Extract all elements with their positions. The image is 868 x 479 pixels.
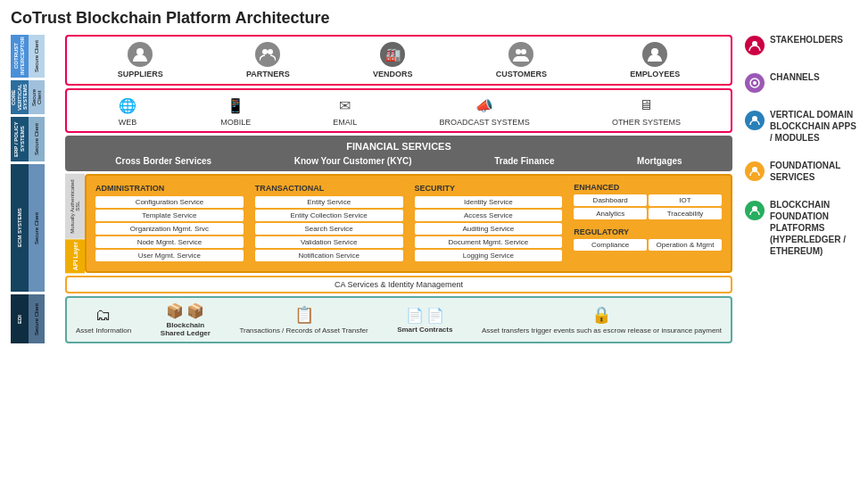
- administration-box: ADMINISTRATION Configuration Service Tem…: [91, 180, 248, 267]
- transactions-icon: 📋: [294, 305, 314, 325]
- ecm-label: ECM SYSTEMS: [11, 164, 29, 292]
- doc-mgmt-service: Document Mgmt. Service: [415, 236, 563, 248]
- suppliers-icon: [128, 42, 153, 67]
- edi-label: EDI: [11, 294, 29, 343]
- stakeholders-legend-text: STAKEHOLDERS: [770, 34, 843, 45]
- financial-items: Cross Border Services Know Your Customer…: [74, 156, 723, 166]
- node-mgmt-service: Node Mgmt. Service: [95, 236, 244, 248]
- channel-web: 🌐 WEB: [117, 95, 138, 127]
- vertical-legend-text: VERTICAL DOMAIN BLOCKCHAIN APPS / MODULE…: [770, 109, 861, 144]
- org-mgmt-service: Organization Mgmt. Srvc: [95, 223, 244, 235]
- legend-vertical: VERTICAL DOMAIN BLOCKCHAIN APPS / MODULE…: [745, 109, 861, 144]
- notification-service: Notification Service: [255, 250, 403, 261]
- page-title: CoTrust Blockchain Platform Architecture: [11, 9, 857, 28]
- web-label: WEB: [119, 118, 137, 127]
- logging-service: Logging Service: [415, 250, 563, 261]
- partners-label: PARTNERS: [246, 70, 290, 78]
- web-icon: 🌐: [117, 95, 138, 116]
- legend-stakeholders: STAKEHOLDERS: [745, 34, 861, 55]
- transactional-title: TRANSACTIONAL: [255, 184, 403, 193]
- dashboard-item: Dashboard: [574, 194, 647, 206]
- stakeholders-legend-icon: [745, 36, 765, 55]
- suppliers-label: SUPPLIERS: [118, 70, 163, 78]
- erp-label: ERP / POLICY SYSTEMS: [11, 117, 29, 161]
- legend: STAKEHOLDERS CHANNELS VERTICAL DOMAIN BL…: [745, 34, 861, 257]
- smart-contracts-label: Smart Contracts: [397, 326, 452, 334]
- svg-point-7: [262, 49, 268, 54]
- channel-other: 🖥 OTHER SYSTEMS: [612, 95, 681, 127]
- ledger-icon-1: 📦: [166, 302, 184, 319]
- email-icon: ✉: [335, 95, 356, 116]
- svg-point-2: [753, 81, 756, 85]
- svg-point-6: [136, 48, 144, 55]
- smart-contracts-section: 📄 📄 Smart Contracts: [397, 307, 452, 334]
- blockchain-legend-icon: [745, 201, 765, 220]
- auditing-service: Auditing Service: [415, 223, 563, 235]
- ca-row: CA Services & Identity Management: [65, 276, 732, 293]
- stakeholder-vendors: 🏭 VENDORS: [373, 42, 413, 78]
- api-label-col: Mutually Authenticated SSL API Layer: [65, 174, 85, 273]
- other-icon: 🖥: [635, 95, 657, 116]
- erp-sub: Secure Client: [29, 117, 45, 161]
- search-service: Search Service: [255, 223, 403, 235]
- core-label: CORE VERTICAL SYSTEMS: [11, 80, 29, 114]
- cotrust-sub: Secure Client: [29, 35, 45, 78]
- blockchain-legend-text: BLOCKCHAIN FOUNDATION PLATFORMS (HYPERLE…: [770, 199, 861, 257]
- partners-icon: [255, 42, 280, 67]
- enhanced-title: ENHANCED: [574, 183, 722, 192]
- vertical-legend-icon: [745, 111, 765, 130]
- legend-blockchain: BLOCKCHAIN FOUNDATION PLATFORMS (HYPERLE…: [745, 199, 861, 257]
- svg-point-8: [268, 49, 273, 54]
- compliance-item: Compliance: [574, 239, 647, 251]
- email-label: EMAIL: [333, 118, 357, 127]
- regulatory-grid: Compliance Operation & Mgmt: [574, 239, 722, 251]
- template-service: Template Service: [95, 210, 244, 221]
- foundational-legend-icon: [745, 161, 765, 181]
- broadcast-label: BROADCAST SYSTEMS: [439, 118, 529, 127]
- shared-ledger-label: BlockchainShared Ledger: [161, 321, 211, 337]
- mutual-label: Mutually Authenticated SSL: [65, 174, 85, 239]
- page: CoTrust Blockchain Platform Architecture…: [0, 0, 868, 352]
- svg-point-10: [521, 49, 526, 54]
- analytics-item: Analytics: [574, 208, 647, 219]
- customers-label: CUSTOMERS: [496, 70, 547, 78]
- administration-title: ADMINISTRATION: [95, 184, 244, 193]
- traceability-item: Traceability: [649, 208, 722, 219]
- validation-service: Validation Service: [255, 236, 403, 248]
- access-service: Access Service: [415, 210, 563, 221]
- channel-mobile: 📱 MOBILE: [220, 95, 251, 127]
- vendors-icon: 🏭: [380, 42, 405, 67]
- contract-icon-2: 📄: [426, 307, 444, 324]
- edi-sub: Secure Client: [29, 294, 45, 343]
- stakeholder-partners: PARTNERS: [246, 42, 290, 78]
- mobile-label: MOBILE: [220, 118, 251, 127]
- ca-label: CA Services & Identity Management: [335, 280, 463, 289]
- channels-legend-icon: [745, 73, 765, 93]
- regulatory-title: REGULATORY: [574, 227, 722, 236]
- asset-info-section: 🗂 Asset Information: [76, 306, 131, 334]
- svg-point-11: [651, 48, 658, 55]
- financial-title: FINANCIAL SERVICES: [74, 141, 723, 152]
- events-icon: 🔒: [591, 305, 611, 325]
- mobile-icon: 📱: [225, 95, 246, 116]
- identity-service: Identity Service: [415, 196, 563, 208]
- ledger-icon-2: 📦: [186, 302, 204, 319]
- stakeholders-row: SUPPLIERS PARTNERS 🏭 VENDORS CUSTOM: [65, 35, 732, 86]
- transactional-box: TRANSACTIONAL Entity Service Entity Coll…: [251, 180, 408, 267]
- security-box: SECURITY Identity Service Access Service…: [410, 180, 567, 267]
- iot-item: IOT: [649, 194, 722, 206]
- blockchain-row: 🗂 Asset Information 📦 📦 BlockchainShared…: [65, 296, 732, 343]
- entity-service: Entity Service: [255, 196, 403, 208]
- svg-point-9: [516, 49, 521, 54]
- shared-ledger-section: 📦 📦 BlockchainShared Ledger: [161, 302, 211, 337]
- events-label: Asset transfers trigger events such as e…: [482, 326, 722, 334]
- services-grid: ADMINISTRATION Configuration Service Tem…: [85, 174, 732, 273]
- main-content: SUPPLIERS PARTNERS 🏭 VENDORS CUSTOM: [65, 35, 732, 343]
- config-service: Configuration Service: [95, 196, 244, 208]
- channel-email: ✉ EMAIL: [333, 95, 357, 127]
- channels-legend-text: CHANNELS: [770, 71, 820, 83]
- api-label: API Layer: [65, 239, 85, 273]
- channel-broadcast: 📣 BROADCAST SYSTEMS: [439, 95, 529, 127]
- events-section: 🔒 Asset transfers trigger events such as…: [482, 305, 722, 334]
- security-title: SECURITY: [415, 184, 563, 193]
